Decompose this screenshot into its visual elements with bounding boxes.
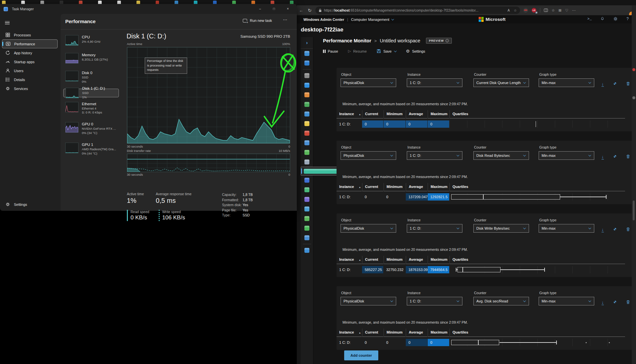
sidebar-item-details[interactable]: Details [2,75,59,84]
sidebar-app-icon[interactable] [632,68,635,71]
sidebar-tool-firewall-icon[interactable] [301,128,313,138]
powershell-prompt-icon[interactable]: >_ [587,17,592,21]
favorite-star-icon[interactable]: ☆ [514,9,517,12]
download-icon[interactable]: ↓ [602,155,604,159]
download-icon[interactable]: ↓ [602,82,604,87]
graph_type-select[interactable]: Min-max [539,297,594,305]
sort-ascending-icon[interactable]: ▲ [359,186,361,188]
reader-mode-icon[interactable]: A [507,9,510,12]
perf-list-item-disk-1-c-d-[interactable]: Disk 1 (C: D:)SSD1% [63,89,119,97]
resume-button[interactable]: ▷Resume [348,49,367,53]
sidebar-tool-services-icon[interactable] [301,233,313,243]
sidebar-tool-settings-icon[interactable] [301,58,313,68]
download-icon[interactable]: ↓ [602,300,604,305]
sidebar-tool-installed-apps-icon[interactable] [301,71,313,80]
sidebar-tool-processes-icon[interactable] [301,185,313,195]
table-row[interactable]: 1 C: D:0000 [337,338,625,347]
pause-button[interactable]: Pause [323,49,338,53]
perf-list-item-cpu[interactable]: CPU2% 4,90 GHz [63,32,124,48]
settings-gear-icon[interactable] [613,17,618,21]
perf-list-item-ethernet[interactable]: EthernetEthernet 4S: 0 R: 0 Kbps [63,99,124,118]
maximize-button[interactable]: □ [267,4,281,14]
sidebar-item-users[interactable]: Users [2,66,59,75]
tm-title-bar[interactable]: Task Manager – □ × [0,4,297,14]
split-screen-icon[interactable] [544,9,548,12]
perf-list-item-gpu-1[interactable]: GPU 1AMD Radeon(TM) Gra...0% (44 °C) [63,140,124,159]
minimize-button[interactable]: – [253,4,267,14]
help-icon[interactable]: ? [626,17,629,21]
graph_type-select[interactable]: Min-max [539,224,594,233]
download-icon[interactable]: ↓ [602,227,604,232]
collections-icon[interactable]: ⊞ [558,8,561,13]
chevron-down-icon[interactable] [392,18,394,20]
sidebar-settings-icon[interactable] [632,96,635,99]
more-menu-icon[interactable]: ⋯ [572,8,576,13]
expand-icon[interactable] [613,81,617,87]
run-new-task-button[interactable]: Run new task [243,19,272,23]
save-dropdown-chevron[interactable] [394,49,397,52]
sidebar-tool-certificates-icon[interactable] [301,90,313,100]
sort-ascending-icon[interactable]: ▲ [359,113,361,115]
sidebar-item-app-history[interactable]: App history [2,48,59,57]
sort-ascending-icon[interactable]: ▲ [359,259,361,261]
sidebar-tool-powershell-icon[interactable] [301,175,313,185]
sidebar-tool-storage-icon[interactable] [301,246,313,255]
instance-select[interactable]: 1 C: D: [407,297,462,305]
refresh-icon[interactable]: ↻ [305,8,314,13]
trash-icon[interactable] [626,299,630,305]
trash-icon[interactable] [626,81,630,87]
add-counter-button[interactable]: Add counter [344,350,378,360]
favorites-icon[interactable]: ☆ [552,8,555,13]
tm-more-menu[interactable]: ⋯ [283,17,288,22]
sidebar-tool-azure-hybrid-icon[interactable] [301,80,313,90]
counter-select[interactable]: Avg. Disk sec/Read [473,297,529,305]
graph_type-select[interactable]: Min-max [539,78,594,87]
sidebar-tool-events-icon[interactable] [301,109,313,119]
sidebar-tool-local-users-groups-icon[interactable] [301,138,313,148]
breadcrumb-workspace[interactable]: Untitled workspace [380,38,420,43]
counter-select[interactable]: Disk Write Bytes/sec [473,224,529,233]
save-button[interactable]: Save [377,49,396,53]
instance-select[interactable]: 1 C: D: [407,151,462,160]
info-icon[interactable]: i [446,39,449,42]
graph_type-select[interactable]: Min-max [539,151,594,160]
sidebar-tool-networks-icon[interactable] [301,148,313,157]
perf-list-item-disk-0[interactable]: Disk 0SSD0% [63,68,124,87]
sidebar-tool-remote-desktop-icon[interactable] [301,204,313,214]
sidebar-item-performance[interactable]: Performance [2,39,58,48]
sidebar-item-startup-apps[interactable]: Startup apps [2,57,59,66]
instance-select[interactable]: 1 C: D: [407,224,462,233]
trash-icon[interactable] [626,227,630,233]
counter-select[interactable]: Current Disk Queue Length [473,78,529,87]
instance-select[interactable]: 1 C: D: [407,78,462,87]
hamburger-menu-icon[interactable] [4,19,13,26]
browser-essentials-icon[interactable]: ♡ [565,8,568,13]
scrollbar-thumb[interactable] [633,201,635,220]
sidebar-tool-registry-icon[interactable] [301,195,313,204]
sidebar-tool-devices-icon[interactable] [301,100,313,109]
wac-brand[interactable]: Windows Admin Center [303,18,344,22]
table-row[interactable]: 1 C: D:00137209.0471292821.5 [337,192,625,202]
back-icon[interactable]: ← [297,8,305,13]
object-select[interactable]: PhysicalDisk [341,78,396,87]
object-select[interactable]: PhysicalDisk [341,151,396,160]
sort-ascending-icon[interactable]: ▲ [359,332,361,334]
object-select[interactable]: PhysicalDisk [341,297,396,305]
extension-robot-icon[interactable] [523,8,528,13]
table-row[interactable]: 1 C: D:0000 [337,119,625,129]
expand-icon[interactable] [613,154,617,160]
sidebar-tool-scheduled-tasks-icon[interactable] [301,223,313,233]
table-row[interactable]: 1 C: D:585227.2532750.2321876153.0977944… [337,265,625,275]
extension-ld-icon[interactable]: LD2 [532,8,536,13]
trash-icon[interactable] [626,154,630,160]
breadcrumb-tool[interactable]: Performance Monitor [323,38,371,43]
expand-icon[interactable] [613,299,617,305]
expand-icon[interactable] [613,227,617,233]
sidebar-tool-overview-icon[interactable] [301,49,313,58]
address-bar[interactable]: https://localhost:6516/computerManagemen… [315,7,520,14]
sidebar-tool-packetmon-icon[interactable] [301,157,313,167]
object-select[interactable]: PhysicalDisk [341,224,396,233]
sidebar-item-processes[interactable]: Processes [2,30,59,39]
notifications-bell-icon[interactable] [600,17,605,21]
wac-section-menu[interactable]: Computer Management [351,18,390,22]
